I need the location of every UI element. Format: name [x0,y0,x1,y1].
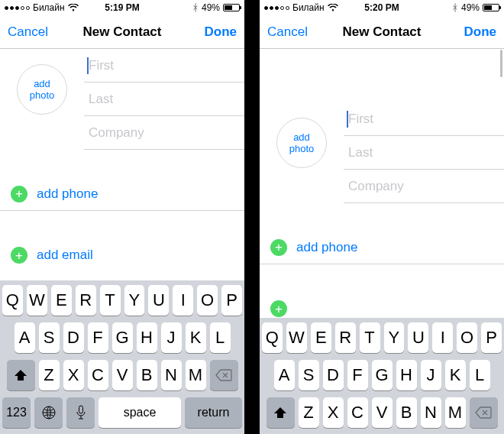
last-name-placeholder: Last [89,92,113,107]
key-r[interactable]: R [335,322,356,353]
key-h[interactable]: H [137,322,157,353]
space-key[interactable]: space [99,397,181,428]
last-name-field[interactable]: Last [84,83,244,116]
key-f[interactable]: F [88,322,108,353]
first-name-field[interactable]: First [84,49,244,83]
key-u[interactable]: U [148,285,169,316]
key-v[interactable]: V [372,397,393,428]
key-j[interactable]: J [421,360,441,390]
key-e[interactable]: E [311,322,331,353]
key-s[interactable]: S [299,360,319,390]
key-n[interactable]: N [421,397,441,428]
key-b[interactable]: B [137,360,157,390]
nav-bar: Cancel New Contact Done [260,15,504,49]
key-n[interactable]: N [161,360,182,390]
key-c[interactable]: C [347,397,368,428]
key-j[interactable]: J [161,322,182,353]
key-r[interactable]: R [76,285,96,316]
last-name-field[interactable]: Last [344,136,504,170]
key-s[interactable]: S [39,322,60,353]
company-field[interactable]: Company [344,170,504,203]
keyboard-row-3: ZXCVBNM [262,397,502,428]
key-k[interactable]: K [445,360,466,390]
add-photo-button[interactable]: addphoto [17,64,67,115]
status-bar: Билайн 5:20 PM 49% [260,0,504,15]
shift-key[interactable] [7,360,35,390]
scroll-indicator-icon [500,50,502,77]
key-w[interactable]: W [27,285,47,316]
key-x[interactable]: X [63,360,84,390]
key-e[interactable]: E [51,285,72,316]
key-z[interactable]: Z [299,397,319,428]
key-o[interactable]: O [197,285,218,316]
key-p[interactable]: P [481,322,502,353]
nav-bar: Cancel New Contact Done [0,15,244,49]
keyboard-row-2: ASDFGHJKL [2,322,242,353]
add-phone-row[interactable]: + add phone [0,177,244,211]
key-q[interactable]: Q [262,322,283,353]
add-photo-button[interactable]: addphoto [276,118,327,168]
backspace-key[interactable] [210,360,238,390]
key-q[interactable]: Q [2,285,23,316]
keyboard: QWERTYUIOP ASDFGHJKL ZXCVBNM 123 space r… [0,280,244,434]
key-l[interactable]: L [470,360,490,390]
key-w[interactable]: W [286,322,307,353]
content-area: addphoto First Last Company + [260,49,504,434]
add-email-row[interactable]: + add email [0,238,244,272]
plus-icon: + [11,247,27,264]
key-d[interactable]: D [63,322,84,353]
key-c[interactable]: C [88,360,108,390]
key-f[interactable]: F [347,360,368,390]
key-g[interactable]: G [112,322,133,353]
first-name-placeholder: First [89,58,114,73]
key-z[interactable]: Z [39,360,60,390]
key-y[interactable]: Y [124,285,145,316]
key-m[interactable]: M [445,397,466,428]
globe-key[interactable] [34,397,63,428]
last-name-placeholder: Last [348,145,373,160]
add-phone-row[interactable]: + add phone [260,231,504,264]
key-a[interactable]: A [274,360,295,390]
key-k[interactable]: K [186,322,206,353]
key-o[interactable]: O [457,322,477,353]
backspace-key[interactable] [470,397,498,428]
key-a[interactable]: A [15,322,35,353]
screenshot-right: Билайн 5:20 PM 49% Cancel New Contact Do… [260,0,504,434]
key-u[interactable]: U [408,322,428,353]
key-b[interactable]: B [396,397,417,428]
key-l[interactable]: L [210,322,231,353]
key-t[interactable]: T [100,285,121,316]
page-title: New Contact [0,24,244,40]
numbers-key[interactable]: 123 [2,397,31,428]
keyboard-row-1: QWERTYUIOP [262,322,502,353]
key-m[interactable]: M [186,360,206,390]
plus-icon: + [270,239,287,256]
keyboard-row-1: QWERTYUIOP [2,285,242,316]
company-placeholder: Company [348,179,404,194]
page-title: New Contact [260,24,504,40]
key-p[interactable]: P [221,285,242,316]
shift-key[interactable] [267,397,295,428]
keyboard-row-3: ZXCVBNM [2,360,242,390]
key-i[interactable]: I [173,285,193,316]
keyboard: QWERTYUIOP ASDFGHJKL ZXCVBNM [260,318,504,434]
company-field[interactable]: Company [84,116,244,150]
company-placeholder: Company [89,125,144,141]
key-y[interactable]: Y [384,322,405,353]
key-v[interactable]: V [112,360,133,390]
key-i[interactable]: I [432,322,453,353]
screenshot-left: Билайн 5:19 PM 49% Cancel New Contact Do… [0,0,244,434]
key-g[interactable]: G [372,360,393,390]
key-x[interactable]: X [323,397,344,428]
first-name-field[interactable]: First [344,102,504,136]
key-d[interactable]: D [323,360,344,390]
battery-icon [223,4,240,11]
return-key[interactable]: return [185,397,242,428]
key-t[interactable]: T [360,322,380,353]
status-bar: Билайн 5:19 PM 49% [0,0,244,15]
key-h[interactable]: H [396,360,417,390]
add-email-label: add email [37,248,93,263]
add-phone-label: add phone [296,240,357,255]
dictation-key[interactable] [66,397,95,428]
text-cursor-icon [347,111,348,128]
